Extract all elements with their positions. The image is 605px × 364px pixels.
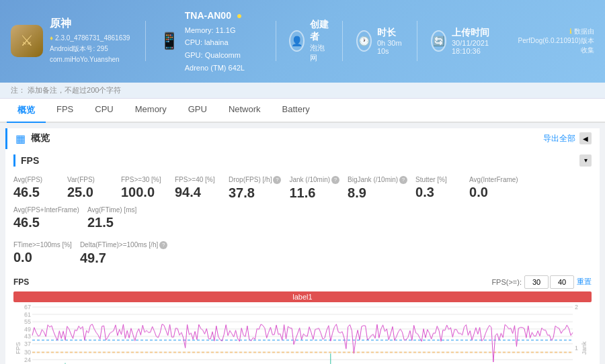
fps-panel-collapse[interactable]: ▾ xyxy=(579,154,592,167)
note-bar: 注： 添加备注，不超过200个字符 xyxy=(0,83,605,99)
signal-icon: ● xyxy=(237,10,242,21)
device-info: 📱 TNA-AN00 ● Memory: 11.1G CPU: lahaina … xyxy=(159,8,262,75)
stat-avg-interframe: Avg(InterFrame) 0.0 xyxy=(469,173,526,203)
note-placeholder: 添加备注，不超过200个字符 xyxy=(28,86,121,94)
stat-avg-fps-interframe: Avg(FPS+InterFrame) 46.5 xyxy=(13,203,87,233)
stat-avg-ftime: Avg(FTime) [ms] 21.5 xyxy=(87,203,145,233)
stat-ftime-100: FTime>=100ms [%] 0.0 xyxy=(13,238,80,269)
stat-var-fps: Var(FPS) 25.0 xyxy=(67,173,121,203)
divider4 xyxy=(417,21,417,61)
upload-text: 上传时间 30/11/2021 18:10:36 xyxy=(452,27,499,55)
tab-memory[interactable]: Memory xyxy=(124,99,177,123)
fps-stats-row1: Avg(FPS) 46.5 Var(FPS) 25.0 FPS>=30 [%] … xyxy=(13,173,592,233)
delta-help-icon[interactable]: ? xyxy=(159,241,167,249)
note-prefix: 注： xyxy=(11,86,26,94)
fps-panel-title: FPS xyxy=(21,155,39,166)
stat-stutter: Stutter [%] 0.3 xyxy=(415,173,469,203)
tab-network[interactable]: Network xyxy=(218,99,272,123)
export-button[interactable]: 导出全部 xyxy=(543,133,575,144)
fps-panel-header: FPS ▾ xyxy=(13,154,592,167)
chart-controls: FPS(>=): 重置 xyxy=(491,275,592,289)
jank-help-icon[interactable]: ? xyxy=(331,176,339,184)
fps-threshold-inputs xyxy=(524,275,574,289)
app-meta: ♦2.3.0_4786731_4861639 Android版本号: 295 c… xyxy=(50,33,130,65)
collapse-button[interactable]: ◀ xyxy=(579,132,592,144)
chart-header: FPS FPS(>=): 重置 xyxy=(13,275,592,289)
stat-drop-fps: Drop(FPS) [/h] ? 37.8 xyxy=(229,173,289,203)
fps-panel: FPS ▾ Avg(FPS) 46.5 Var(FPS) 25.0 FPS>=3… xyxy=(5,149,600,364)
stat-fps-40: FPS>=40 [%] 94.4 xyxy=(175,173,229,203)
stat-jank: Jank (/10min) ? 11.6 xyxy=(289,173,348,203)
tab-fps[interactable]: FPS xyxy=(46,99,84,123)
stat-fps-30: FPS>=30 [%] 100.0 xyxy=(121,173,175,203)
divider3 xyxy=(342,21,343,61)
stat-avg-fps: Avg(FPS) 46.5 xyxy=(13,173,67,203)
chart-reset-button[interactable]: 重置 xyxy=(577,277,592,287)
fps-stats-row2: FTime>=100ms [%] 0.0 Delta(FTime)>=100ms… xyxy=(13,238,592,269)
app-icon: ⚔ xyxy=(11,25,43,57)
divider2 xyxy=(276,21,276,61)
tab-cpu[interactable]: CPU xyxy=(84,99,124,123)
fps-threshold-label: FPS(>=): xyxy=(491,278,522,286)
bigjank-help-icon[interactable]: ? xyxy=(399,176,407,184)
chart-label-bar: label1 xyxy=(13,291,592,302)
chart-container xyxy=(13,304,592,364)
clock-icon: 🕐 xyxy=(356,30,372,52)
duration-stat: 🕐 时长 0h 30m 10s xyxy=(356,27,403,55)
stat-big-jank: BigJank (/10min) ? 8.9 xyxy=(348,173,415,203)
tab-nav: 概览 FPS CPU Memory GPU Network Battery xyxy=(0,99,605,123)
overview-title: 概览 xyxy=(31,132,50,144)
tab-gpu[interactable]: GPU xyxy=(177,99,218,123)
divider xyxy=(145,21,146,61)
overview-icon: ▦ xyxy=(15,132,26,145)
tab-overview[interactable]: 概览 xyxy=(7,99,46,123)
upload-icon: 🔄 xyxy=(431,30,446,52)
fps-threshold-input-2[interactable] xyxy=(550,275,574,289)
header: ⚔ 原神 ♦2.3.0_4786731_4861639 Android版本号: … xyxy=(0,0,605,83)
app-name: 原神 xyxy=(50,17,130,31)
creator-stat: 👤 创建者 泡泡 网 xyxy=(289,19,329,63)
chart-title: FPS xyxy=(13,277,29,287)
app-details: 原神 ♦2.3.0_4786731_4861639 Android版本号: 29… xyxy=(50,17,130,65)
overview-header: ▦ 概览 导出全部 ◀ xyxy=(5,128,600,149)
fps-chart-canvas xyxy=(13,304,592,364)
fps-threshold-input-1[interactable] xyxy=(524,275,549,289)
phone-icon: 📱 xyxy=(159,32,179,50)
app-info: ⚔ 原神 ♦2.3.0_4786731_4861639 Android版本号: … xyxy=(11,17,132,65)
creator-icon: 👤 xyxy=(289,30,305,52)
tab-battery[interactable]: Battery xyxy=(272,99,321,123)
creator-text: 创建者 泡泡 网 xyxy=(310,19,329,63)
drop-help-icon[interactable]: ? xyxy=(273,176,281,184)
upload-stat: 🔄 上传时间 30/11/2021 18:10:36 xyxy=(431,27,499,55)
data-source: ℹ 数据由PerfDog(6.0.210910)版本收集 xyxy=(512,27,594,55)
device-details: TNA-AN00 ● Memory: 11.1G CPU: lahaina GP… xyxy=(185,8,262,75)
stat-delta-ftime: Delta(FTime)>=100ms [/h] ? 49.7 xyxy=(80,238,175,269)
device-name: TNA-AN00 ● xyxy=(185,8,262,24)
duration-text: 时长 0h 30m 10s xyxy=(377,27,403,55)
